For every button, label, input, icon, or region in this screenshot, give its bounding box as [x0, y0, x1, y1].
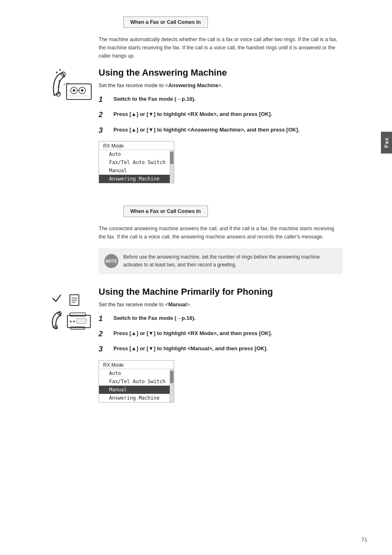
rx-mode-auto-2: Auto	[99, 369, 170, 377]
step-text-1: Switch to the Fax mode (→p.16).	[113, 95, 318, 103]
phoning-step-num-3: 3	[99, 345, 110, 354]
answering-machine-set-mode: Set the fax receive mode to <Answering M…	[99, 82, 318, 88]
phoning-step-text-1: Switch to the Fax mode (→p.16).	[113, 314, 318, 322]
rx-mode-faxtel-1: Fax/Tel Auto Switch	[99, 158, 170, 166]
phoning-mode-value: Manual	[168, 301, 187, 308]
section1-box-wrap: When a Fax or Call Comes In	[99, 16, 367, 32]
section2-box-wrap: When a Fax or Call Comes In	[99, 206, 367, 221]
rx-mode-manual-2: Manual	[99, 386, 170, 394]
section2-box-title: When a Fax or Call Comes In	[123, 206, 208, 217]
answering-step-3: 3 Press [▲] or [▼] to highlight <Answeri…	[99, 126, 318, 135]
answering-machine-content: Using the Answering Machine Set the fax …	[99, 67, 343, 202]
phone-fax-icon-area	[49, 291, 97, 333]
svg-point-7	[73, 89, 75, 92]
step-num-3: 3	[99, 126, 110, 135]
answering-machine-mode-value: Answering Machine	[168, 82, 218, 88]
answering-step-1: 1 Switch to the Fax mode (→p.16).	[99, 95, 318, 104]
svg-point-2	[59, 81, 60, 82]
phoning-step-num-2: 2	[99, 329, 110, 339]
svg-point-13	[56, 72, 58, 73]
step-num-1: 1	[99, 95, 110, 104]
rx-mode-answering-1: Answering Machine	[99, 175, 170, 183]
rx-scrollbar-2	[170, 369, 174, 402]
phoning-content: Using the Machine Primarily for Phoning …	[99, 287, 343, 421]
rx-mode-auto-1: Auto	[99, 150, 170, 158]
section1-description: The machine automatically detects whethe…	[99, 35, 343, 60]
phoning-step-3: 3 Press [▲] or [▼] to highlight <Manual>…	[99, 345, 318, 354]
note-box: NOTE Before use the answering machine, s…	[99, 248, 343, 274]
phoning-step-text-2: Press [▲] or [▼] to highlight <RX Mode>,…	[113, 329, 318, 338]
step-text-2: Press [▲] or [▼] to highlight <RX Mode>,…	[113, 110, 318, 118]
fax-tab: Fax	[381, 132, 392, 153]
rx-mode-title-1: RX Mode	[99, 141, 174, 150]
step-num-2: 2	[99, 110, 110, 120]
note-text: Before use the answering machine, set th…	[123, 253, 337, 269]
rx-scrollbar-thumb-2	[170, 371, 173, 383]
rx-scrollbar-1	[170, 150, 174, 183]
phoning-set-mode: Set the fax receive mode to <Manual>.	[99, 301, 318, 308]
phone-fax-icon	[49, 291, 97, 332]
answering-step-2: 2 Press [▲] or [▼] to highlight <RX Mode…	[99, 110, 318, 120]
rx-mode-list-2: Auto Fax/Tel Auto Switch Manual Answerin…	[99, 369, 170, 402]
rx-mode-list-1: Auto Fax/Tel Auto Switch Manual Answerin…	[99, 150, 170, 183]
phoning-heading: Using the Machine Primarily for Phoning	[99, 287, 343, 297]
note-badge: NOTE	[104, 254, 118, 268]
answering-machine-section: Using the Answering Machine Set the fax …	[25, 67, 367, 202]
step-text-3: Press [▲] or [▼] to highlight <Answering…	[113, 126, 318, 134]
answering-rx-mode-box: RX Mode Auto Fax/Tel Auto Switch Manual …	[99, 141, 343, 191]
answering-machine-icon-area	[49, 67, 95, 106]
rx-mode-manual-1: Manual	[99, 166, 170, 175]
phoning-step-text-3: Press [▲] or [▼] to highlight <Manual>, …	[113, 345, 318, 353]
phoning-section: Using the Machine Primarily for Phoning …	[25, 287, 367, 421]
phoning-step-1: 1 Switch to the Fax mode (→p.16).	[99, 314, 318, 324]
section2-description: The connected answering machine answers …	[99, 224, 343, 241]
page-number: 71	[362, 536, 367, 543]
phoning-step-2: 2 Press [▲] or [▼] to highlight <RX Mode…	[99, 329, 318, 339]
rx-mode-title-2: RX Mode	[99, 361, 174, 369]
phoning-step-num-1: 1	[99, 314, 110, 324]
rx-mode-answering-2: Answering Machine	[99, 394, 170, 402]
svg-point-3	[59, 83, 60, 85]
svg-rect-26	[76, 319, 86, 324]
svg-point-4	[59, 86, 60, 88]
svg-point-14	[59, 69, 61, 71]
svg-point-25	[73, 321, 75, 322]
page: Fax 71 When a Fax or Call Comes In The m…	[0, 0, 392, 555]
section1-box-title: When a Fax or Call Comes In	[123, 16, 208, 28]
rx-scrollbar-thumb-1	[170, 152, 173, 164]
phoning-rx-mode-box: RX Mode Auto Fax/Tel Auto Switch Manual …	[99, 360, 343, 410]
rx-mode-faxtel-2: Fax/Tel Auto Switch	[99, 377, 170, 386]
phone-answering-machine-icon	[49, 67, 95, 104]
answering-machine-heading: Using the Answering Machine	[99, 67, 343, 78]
svg-point-9	[81, 89, 83, 92]
svg-point-24	[70, 321, 71, 322]
